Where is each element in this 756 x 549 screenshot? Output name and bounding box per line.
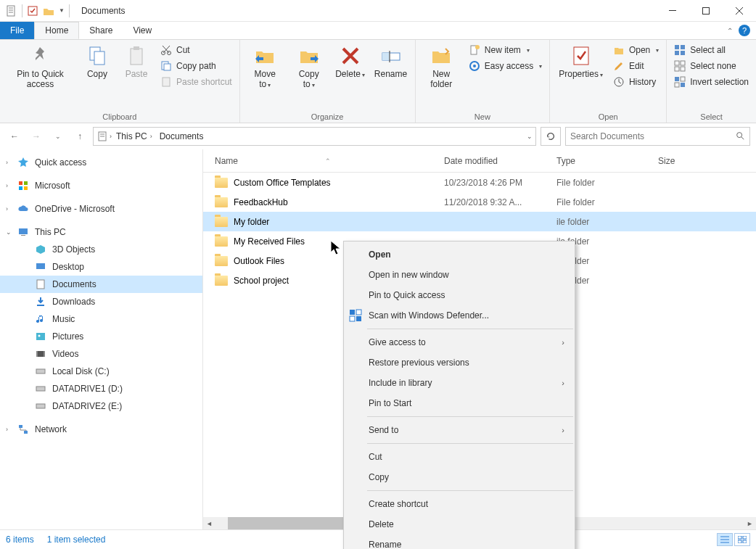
delete-button[interactable]: Delete▾ xyxy=(332,43,369,81)
nav-downloads[interactable]: Downloads xyxy=(0,293,202,310)
back-button[interactable]: ← xyxy=(6,128,23,145)
breadcrumb-dropdown-icon[interactable]: ⌄ xyxy=(527,133,533,140)
svg-rect-0 xyxy=(7,6,15,16)
svg-rect-70 xyxy=(350,316,355,321)
minimize-button[interactable] xyxy=(656,0,689,22)
up-button[interactable]: ↑ xyxy=(71,128,89,145)
qat-dropdown-icon[interactable]: ▼ xyxy=(59,7,65,14)
svg-rect-59 xyxy=(19,425,22,428)
app-icon xyxy=(6,5,17,17)
refresh-button[interactable] xyxy=(541,127,561,146)
table-row[interactable]: My folderile folder xyxy=(203,212,756,231)
easy-access-button[interactable]: Easy access▾ xyxy=(466,59,545,73)
select-none-button[interactable]: Select none xyxy=(671,59,752,73)
cm-rename[interactable]: Rename xyxy=(344,534,575,549)
breadcrumb-thispc[interactable]: This PC› xyxy=(113,131,155,141)
paste-shortcut-button[interactable]: Paste shortcut xyxy=(157,75,235,89)
cm-delete[interactable]: Delete xyxy=(344,514,575,534)
table-row[interactable]: Custom Office Templates10/23/2018 4:26 P… xyxy=(203,173,756,192)
svg-rect-28 xyxy=(681,51,685,55)
help-icon[interactable]: ? xyxy=(739,25,750,36)
col-name[interactable]: Name xyxy=(215,156,238,166)
cm-send-to[interactable]: Send to› xyxy=(344,420,575,440)
new-folder-button[interactable]: New folder xyxy=(420,43,463,91)
scroll-left-icon[interactable]: ◄ xyxy=(203,517,215,529)
newfolder-qat-icon[interactable] xyxy=(43,5,54,17)
svg-rect-26 xyxy=(681,45,685,49)
navigation-pane[interactable]: ›Quick access ›Microsoft ›OneDrive - Mic… xyxy=(0,149,203,529)
columns-header[interactable]: Name⌃ Date modified Type Size xyxy=(203,149,756,173)
paste-button[interactable]: Paste xyxy=(118,43,155,81)
cm-create-shortcut[interactable]: Create shortcut xyxy=(344,494,575,514)
table-row[interactable]: FeedbackHub11/20/2018 9:32 A...File fold… xyxy=(203,192,756,212)
nav-thispc[interactable]: ⌄This PC xyxy=(0,223,202,241)
history-button[interactable]: History xyxy=(610,75,662,89)
open-button[interactable]: Open▾ xyxy=(610,43,662,57)
cm-include-library[interactable]: Include in library› xyxy=(344,373,575,393)
col-date[interactable]: Date modified xyxy=(444,156,556,166)
col-type[interactable]: Type xyxy=(556,156,658,166)
nav-pictures[interactable]: Pictures xyxy=(0,328,202,345)
nav-videos[interactable]: Videos xyxy=(0,345,202,363)
rename-button[interactable]: Rename xyxy=(371,43,411,81)
breadcrumb-documents[interactable]: Documents xyxy=(157,131,207,141)
cm-scan-defender[interactable]: Scan with Windows Defender... xyxy=(344,305,575,326)
new-item-button[interactable]: New item▾ xyxy=(466,43,545,57)
pin-quick-access-button[interactable]: Pin to Quick access xyxy=(4,43,76,91)
search-input[interactable]: Search Documents xyxy=(565,127,750,146)
tab-share[interactable]: Share xyxy=(79,22,123,39)
scroll-right-icon[interactable]: ► xyxy=(744,517,756,529)
nav-onedrive[interactable]: ›OneDrive - Microsoft xyxy=(0,200,202,218)
copy-button[interactable]: Copy xyxy=(79,43,115,81)
svg-point-52 xyxy=(38,335,41,337)
cm-open-new-window[interactable]: Open in new window xyxy=(344,265,575,285)
tab-file[interactable]: File xyxy=(0,22,34,39)
nav-datadrive2[interactable]: DATADRIVE2 (E:) xyxy=(0,397,202,415)
ribbon: Pin to Quick access Copy Paste Cut Copy … xyxy=(0,40,756,123)
cm-give-access[interactable]: Give access to› xyxy=(344,332,575,352)
tab-view[interactable]: View xyxy=(123,22,162,39)
select-all-button[interactable]: Select all xyxy=(671,43,752,57)
copy-to-button[interactable]: Copy to▾ xyxy=(289,43,329,91)
cm-cut[interactable]: Cut xyxy=(344,447,575,467)
nav-microsoft[interactable]: ›Microsoft xyxy=(0,177,202,194)
svg-rect-42 xyxy=(19,181,22,185)
close-button[interactable] xyxy=(723,0,756,22)
file-date: 11/20/2018 9:32 A... xyxy=(444,197,556,207)
move-to-button[interactable]: Move to▾ xyxy=(245,43,286,91)
nav-documents[interactable]: Documents xyxy=(0,276,202,293)
svg-rect-55 xyxy=(44,351,45,357)
nav-3d-objects[interactable]: 3D Objects xyxy=(0,241,202,258)
svg-rect-10 xyxy=(133,46,139,50)
cut-button[interactable]: Cut xyxy=(157,43,235,57)
cm-pin-start[interactable]: Pin to Start xyxy=(344,393,575,413)
invert-selection-button[interactable]: Invert selection xyxy=(671,75,752,89)
nav-local-c[interactable]: Local Disk (C:) xyxy=(0,363,202,380)
breadcrumb[interactable]: › This PC› Documents ⌄ xyxy=(93,127,536,146)
thumbnails-view-button[interactable] xyxy=(734,533,750,546)
properties-qat-icon[interactable] xyxy=(27,5,38,17)
nav-desktop[interactable]: Desktop xyxy=(0,258,202,276)
cm-restore-versions[interactable]: Restore previous versions xyxy=(344,352,575,373)
tab-home[interactable]: Home xyxy=(34,22,79,39)
maximize-button[interactable] xyxy=(689,0,723,22)
cm-copy[interactable]: Copy xyxy=(344,467,575,487)
svg-rect-15 xyxy=(163,78,170,86)
forward-button[interactable]: → xyxy=(28,128,45,145)
nav-music[interactable]: Music xyxy=(0,310,202,328)
edit-button[interactable]: Edit xyxy=(610,59,662,73)
cm-pin-quick-access[interactable]: Pin to Quick access xyxy=(344,285,575,305)
address-bar-row: ← → ⌄ ↑ › This PC› Documents ⌄ Search Do… xyxy=(0,123,756,149)
copy-path-button[interactable]: Copy path xyxy=(157,59,235,73)
col-size[interactable]: Size xyxy=(658,156,716,166)
cm-open[interactable]: Open xyxy=(344,244,575,265)
nav-network[interactable]: ›Network xyxy=(0,421,202,438)
svg-rect-25 xyxy=(675,45,679,49)
recent-locations-button[interactable]: ⌄ xyxy=(49,128,67,145)
collapse-ribbon-icon[interactable]: ⌃ xyxy=(727,27,733,35)
svg-rect-6 xyxy=(703,7,710,14)
nav-quick-access[interactable]: ›Quick access xyxy=(0,154,202,171)
details-view-button[interactable] xyxy=(717,533,733,546)
properties-button[interactable]: Properties▾ xyxy=(554,43,607,81)
nav-datadrive1[interactable]: DATADRIVE1 (D:) xyxy=(0,380,202,397)
